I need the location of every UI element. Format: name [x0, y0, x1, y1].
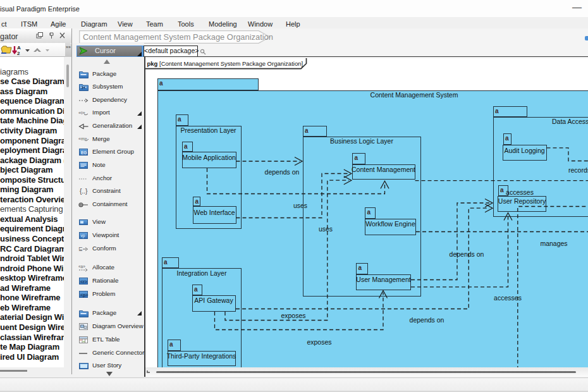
- svg-text:accesses: accesses: [494, 294, 522, 302]
- svg-text:EG: EG: [81, 150, 87, 155]
- svg-text:records: records: [568, 166, 588, 174]
- svg-text:uses: uses: [293, 202, 307, 209]
- svg-text:exposes: exposes: [307, 338, 331, 346]
- svg-text:{..}: {..}: [80, 188, 88, 195]
- svg-text:uses: uses: [319, 225, 333, 233]
- svg-text:«a»: «a»: [78, 264, 85, 269]
- svg-text:Content Management System Pack: Content Management System Package Organi…: [83, 32, 273, 42]
- svg-text:2: 2: [17, 51, 20, 56]
- svg-text:<r>: <r>: [80, 279, 87, 284]
- svg-text:accesses: accesses: [506, 188, 534, 196]
- svg-text:depends on: depends on: [265, 168, 300, 176]
- svg-text:manages: manages: [540, 240, 567, 247]
- svg-text:<p>: <p>: [80, 293, 88, 298]
- svg-text:«m»: «m»: [78, 137, 87, 141]
- svg-text:exposes: exposes: [281, 312, 305, 319]
- svg-text:vp: vp: [81, 233, 85, 238]
- svg-text:⊑: ⊑: [78, 246, 83, 252]
- svg-text:A: A: [17, 45, 21, 51]
- svg-text:pkg [Content Management System: pkg [Content Management System Package O…: [147, 59, 303, 66]
- svg-text:depends on: depends on: [410, 316, 444, 324]
- svg-text:depends on: depends on: [450, 250, 484, 258]
